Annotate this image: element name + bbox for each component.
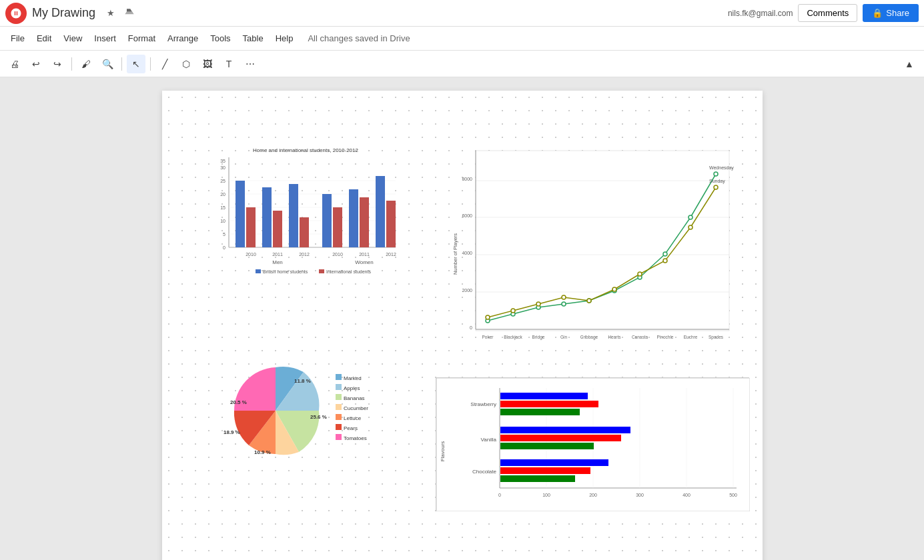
svg-text:35: 35 [220, 159, 225, 163]
bookmark-icon[interactable]: ★ [103, 6, 118, 21]
more-tools-button[interactable]: ⋯ [241, 55, 260, 73]
svg-point-75 [486, 315, 490, 319]
menu-arrange[interactable]: Arrange [162, 31, 203, 46]
svg-text:Pears: Pears [344, 425, 358, 431]
collapse-panel-button[interactable]: ▲ [900, 55, 919, 73]
svg-point-77 [536, 302, 540, 306]
document-title[interactable]: My Drawing [32, 6, 95, 20]
line-chart[interactable]: 0 2000 4000 6000 8000 Number of Players … [449, 144, 743, 364]
svg-point-83 [688, 225, 692, 229]
svg-text:Sunday: Sunday [709, 179, 725, 184]
svg-text:Wednesday: Wednesday [709, 165, 734, 171]
svg-rect-124 [500, 393, 588, 399]
title-bar: My Drawing ★ nils.fk@gmail.com Comments … [0, 0, 924, 27]
menu-bar: File Edit View Insert Format Arrange Too… [0, 27, 924, 51]
svg-rect-18 [246, 207, 256, 247]
svg-rect-131 [500, 467, 590, 474]
svg-text:10: 10 [220, 219, 225, 223]
svg-rect-39 [319, 269, 324, 273]
svg-text:Blackjack: Blackjack [504, 335, 522, 340]
svg-text:Hearts: Hearts [608, 335, 621, 339]
right-controls: nils.fk@gmail.com Comments 🔒 Share [728, 4, 919, 22]
svg-rect-92 [336, 374, 342, 380]
toolbar-right: ▲ [900, 55, 919, 73]
svg-text:0: 0 [223, 245, 225, 250]
svg-text:Bananas: Bananas [344, 395, 365, 401]
svg-text:5: 5 [223, 232, 225, 237]
svg-text:2010: 2010 [332, 252, 343, 257]
svg-rect-24 [333, 207, 342, 247]
svg-text:Women: Women [355, 259, 373, 265]
svg-text:Lettuce: Lettuce [344, 415, 362, 421]
svg-point-79 [587, 299, 591, 303]
svg-text:15: 15 [220, 205, 225, 210]
menu-table[interactable]: Table [238, 31, 269, 46]
menu-view[interactable]: View [58, 31, 87, 46]
svg-rect-96 [336, 394, 342, 400]
svg-point-84 [714, 185, 718, 189]
shape-tool-button[interactable]: ⬡ [177, 55, 195, 73]
select-tool-button[interactable]: ↖ [127, 55, 145, 73]
svg-text:Tomatoes: Tomatoes [344, 435, 367, 441]
svg-rect-22 [300, 217, 309, 247]
svg-rect-125 [500, 401, 598, 407]
toolbar: 🖨 ↩ ↪ 🖌 🔍 ↖ ╱ ⬡ 🖼 T ⋯ ▲ [0, 51, 924, 77]
share-button[interactable]: 🔒 Share [863, 4, 919, 22]
svg-text:25.6 %: 25.6 % [310, 414, 327, 420]
svg-text:2012: 2012 [299, 252, 310, 257]
students-chart[interactable]: Home and international students, 2010-20… [202, 144, 409, 277]
svg-rect-132 [500, 475, 575, 482]
menu-file[interactable]: File [5, 31, 30, 46]
svg-rect-17 [236, 181, 245, 247]
svg-text:100: 100 [542, 493, 550, 497]
pie-chart-svg: 11.8 % 25.6 % 10.9 % 18.9 % 20.5 % Marke… [195, 344, 422, 491]
svg-rect-41 [476, 151, 729, 331]
svg-rect-98 [336, 404, 342, 410]
svg-text:2011: 2011 [272, 252, 283, 257]
comments-button[interactable]: Comments [798, 4, 857, 22]
svg-rect-129 [500, 443, 594, 449]
svg-text:International students: International students [326, 269, 371, 274]
menu-edit[interactable]: Edit [31, 31, 57, 46]
ice-cream-chart[interactable]: Flavours 0 100 200 300 400 500 Strawberr… [436, 377, 749, 511]
svg-text:Gin: Gin [560, 335, 567, 339]
pie-chart[interactable]: 11.8 % 25.6 % 10.9 % 18.9 % 20.5 % Marke… [195, 344, 422, 497]
menu-format[interactable]: Format [123, 31, 161, 46]
share-icon: 🔒 [872, 8, 883, 18]
svg-text:11.8 %: 11.8 % [294, 378, 311, 384]
svg-text:Apples: Apples [344, 385, 360, 391]
svg-text:8000: 8000 [462, 177, 472, 181]
toolbar-separator-3 [150, 57, 151, 71]
toolbar-separator-2 [121, 57, 122, 71]
menu-insert[interactable]: Insert [89, 31, 121, 46]
canvas-area[interactable]: Home and international students, 2010-20… [0, 77, 924, 560]
paint-format-button[interactable]: 🖌 [77, 55, 95, 73]
redo-button[interactable]: ↪ [48, 55, 67, 73]
svg-text:Marked: Marked [344, 375, 362, 381]
undo-button[interactable]: ↩ [27, 55, 45, 73]
svg-point-73 [688, 215, 692, 219]
zoom-button[interactable]: 🔍 [98, 55, 117, 73]
svg-rect-130 [500, 459, 608, 466]
line-tool-button[interactable]: ╱ [155, 55, 174, 73]
text-tool-button[interactable]: T [219, 55, 238, 73]
svg-point-72 [663, 252, 667, 256]
menu-help[interactable]: Help [270, 31, 299, 46]
drive-icon[interactable] [122, 6, 137, 21]
svg-text:Flavours: Flavours [440, 441, 446, 462]
svg-text:10.9 %: 10.9 % [254, 449, 271, 455]
menu-tools[interactable]: Tools [205, 31, 236, 46]
svg-rect-37 [256, 269, 261, 273]
svg-text:British home students: British home students [263, 269, 308, 274]
svg-text:Chocolate: Chocolate [472, 469, 496, 475]
toolbar-separator-1 [71, 57, 72, 71]
svg-text:30: 30 [220, 165, 225, 170]
svg-text:Home and international student: Home and international students, 2010-20… [253, 147, 358, 153]
svg-rect-102 [336, 424, 342, 430]
print-button[interactable]: 🖨 [5, 55, 24, 73]
svg-text:Strawberry: Strawberry [470, 401, 496, 407]
image-tool-button[interactable]: 🖼 [198, 55, 217, 73]
svg-text:2010: 2010 [246, 252, 256, 257]
svg-text:200: 200 [589, 493, 597, 497]
drawing-canvas[interactable]: Home and international students, 2010-20… [162, 91, 763, 560]
